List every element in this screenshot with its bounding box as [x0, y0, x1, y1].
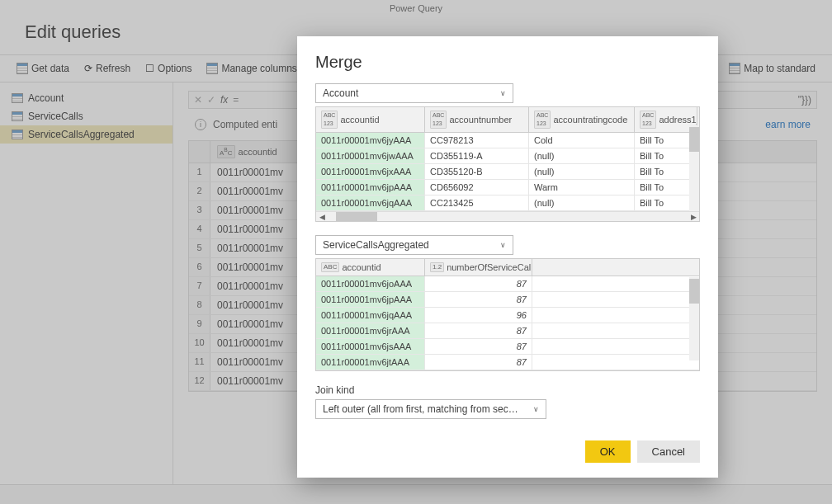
table-row[interactable]: 0011r00001mv6jyAAACC978213ColdBill To [316, 133, 699, 148]
vertical-scrollbar[interactable] [689, 277, 699, 360]
ok-button[interactable]: OK [585, 440, 631, 463]
table-row[interactable]: 0011r00001mv6jpAAA87 [316, 292, 699, 308]
column-header[interactable]: ABC123 accountratingcode [529, 107, 635, 132]
merge-dialog: Merge Account ∨ ABC123 accountidABC123 a… [297, 36, 718, 478]
join-kind-select[interactable]: Left outer (all from first, matching fro… [315, 399, 546, 419]
table-row[interactable]: 0011r00001mv6jwAAACD355119-A(null)Bill T… [316, 148, 699, 164]
table-row[interactable]: 0011r00001mv6jrAAA87 [316, 323, 699, 339]
table-row[interactable]: 0011r00001mv6jpAAACD656092WarmBill To [316, 180, 699, 195]
second-table-preview: ABC accountid1.2 numberOfServiceCalls 00… [315, 258, 700, 371]
horizontal-scrollbar[interactable]: ◀▶ [316, 211, 699, 221]
join-kind-label: Join kind [315, 384, 700, 396]
chevron-down-icon: ∨ [533, 405, 539, 413]
table-row[interactable]: 0011r00001mv6jqAAACC213425(null)Bill To [316, 195, 699, 211]
column-header[interactable]: ABC accountid [316, 259, 425, 276]
table-row[interactable]: 0011r00001mv6jtAAA87 [316, 355, 699, 370]
dialog-title: Merge [315, 53, 700, 72]
table-row[interactable]: 0011r00001mv6jqAAA96 [316, 308, 699, 323]
first-table-preview: ABC123 accountidABC123 accountnumberABC1… [315, 106, 700, 222]
first-table-select[interactable]: Account ∨ [315, 83, 513, 103]
column-header[interactable]: ABC123 accountnumber [425, 107, 529, 132]
cancel-button[interactable]: Cancel [637, 440, 700, 463]
column-header[interactable]: ABC123 accountid [316, 107, 425, 132]
column-header[interactable]: 1.2 numberOfServiceCalls [425, 259, 532, 276]
second-table-select[interactable]: ServiceCallsAggregated ∨ [315, 235, 513, 255]
table-row[interactable]: 0011r00001mv6jsAAA87 [316, 339, 699, 355]
vertical-scrollbar[interactable] [689, 125, 699, 211]
table-row[interactable]: 0011r00001mv6jxAAACD355120-B(null)Bill T… [316, 164, 699, 180]
chevron-down-icon: ∨ [500, 241, 506, 249]
chevron-down-icon: ∨ [500, 89, 506, 97]
column-header[interactable]: ABC123 address1_addr [635, 107, 697, 132]
table-row[interactable]: 0011r00001mv6joAAA87 [316, 276, 699, 292]
